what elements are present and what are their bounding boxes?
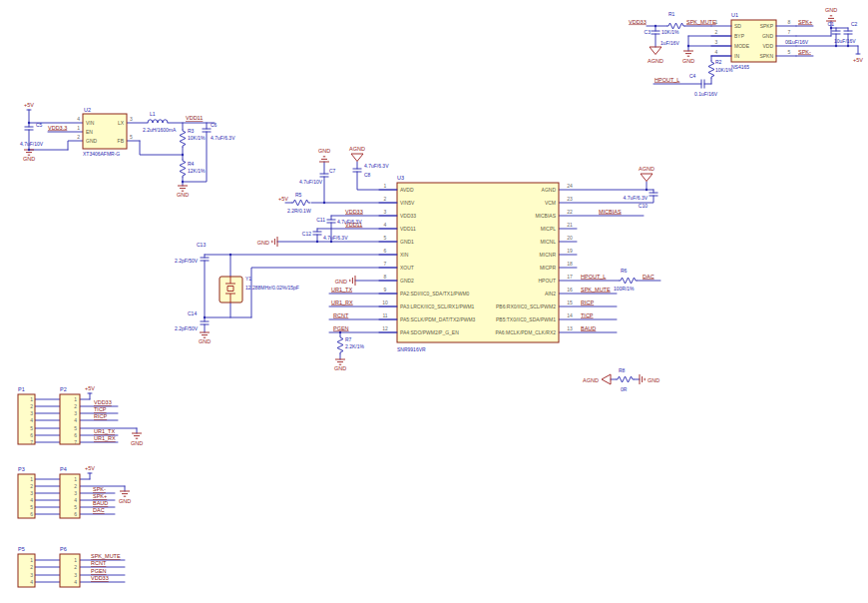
p3-pin: 1 [30, 476, 33, 482]
resistor-r5-symbol[interactable] [291, 200, 310, 206]
gnd-symbol[interactable] [640, 374, 645, 384]
capacitor-c12-symbol[interactable] [313, 232, 322, 235]
u3-pin-num: 9 [384, 287, 387, 293]
agnd-symbol[interactable] [641, 174, 652, 182]
u3-pin-name: PB6:RX0/IIC0_SCL/PWM2 [496, 303, 556, 309]
c8-ref: C8 [364, 172, 371, 178]
connector-p6-body[interactable] [60, 554, 80, 587]
u1-pin-spkn: SPKN [759, 53, 773, 59]
c6-ref: C6 [211, 122, 217, 128]
net-label-spk-mute: SPK_MUTE [581, 287, 611, 293]
gnd-symbol[interactable] [350, 276, 355, 286]
u1-ref: U1 [731, 12, 738, 18]
u3-pin-num: 19 [567, 248, 573, 254]
c12-value: 4.7uF/6.3V [323, 235, 348, 241]
u3-pin-num: 8 [384, 274, 387, 280]
gnd-symbol[interactable] [178, 186, 188, 191]
power-label-5v: +5V [85, 465, 95, 471]
net-label-micbias: MICBIAS [599, 209, 622, 215]
region-gnd-tie: AGND GND R8 0R [583, 367, 659, 392]
r1-ref: R1 [668, 11, 675, 17]
u3-pin-num: 18 [567, 261, 573, 267]
power-label-gnd: GND [119, 498, 131, 504]
connector-p2-body[interactable] [60, 394, 80, 444]
power-label-gnd: GND [334, 365, 346, 371]
capacitor-c6-symbol[interactable] [203, 129, 212, 132]
capacitor-c7-symbol[interactable] [320, 174, 329, 177]
u2-pin-num: 4 [77, 116, 80, 122]
resistor-r6-symbol[interactable] [619, 278, 638, 284]
capacitor-c8-symbol[interactable] [353, 169, 362, 172]
net-label-vdd3.3: VDD3.3 [48, 125, 67, 131]
p5-pin: 3 [30, 572, 33, 578]
u3-pin-num: 4 [384, 222, 387, 228]
power-label-agnd: AGND [639, 166, 654, 172]
gnd-symbol[interactable] [272, 237, 277, 247]
u3-pin-name: HPOUT [539, 278, 557, 284]
u1-pin-vdd: VDD [762, 43, 773, 49]
p6-pin: 2 [74, 564, 77, 570]
capacitor-c5-symbol[interactable] [25, 127, 34, 130]
r7-ref: R7 [345, 336, 352, 342]
gnd-symbol[interactable] [319, 157, 329, 162]
net-label-hpout-l: HPOUT_L [581, 274, 606, 280]
c4-value: 0.1uF/16V [694, 91, 718, 97]
u3-pin-num: 15 [567, 300, 573, 305]
power-label-gnd: GND [23, 156, 35, 162]
u1-pin-mode: MODE [734, 43, 750, 49]
u3-pin-num: 10 [382, 300, 388, 305]
crystal-y1-body[interactable] [219, 277, 242, 302]
u3-pin-num: 24 [567, 183, 573, 189]
p4-pin: 6 [74, 511, 77, 517]
power-label-gnd: GND [335, 279, 347, 285]
region-main-ic: U3 SNR9916VR AVDD VIN5V VDD33 VDD11 GND1… [175, 146, 660, 371]
inductor-l1-symbol[interactable] [148, 120, 168, 123]
capacitor-c11-symbol[interactable] [327, 220, 336, 223]
gnd-symbol[interactable] [683, 51, 693, 56]
u1-pin-num: 2 [715, 29, 718, 35]
resistor-r8-symbol[interactable] [616, 376, 635, 382]
u1-pin-num: 8 [788, 19, 791, 25]
power-label-gnd: GND [648, 377, 659, 383]
net-label-dac: DAC [643, 274, 654, 280]
resistor-r2-symbol[interactable] [708, 60, 714, 79]
agnd-symbol[interactable] [351, 154, 363, 162]
power-label-gnd: GND [177, 192, 189, 198]
u2-pin-num: 3 [130, 116, 133, 122]
u2-pin-num: 1 [77, 125, 80, 131]
p1-pin: 5 [30, 425, 33, 431]
net-label-spk-plus: SPK+ [93, 493, 107, 499]
connector-p4-body[interactable] [60, 474, 80, 518]
net-label-spk-minus: SPK- [798, 49, 811, 55]
net-label-dac: DAC [93, 507, 105, 513]
capacitor-c10-symbol[interactable] [650, 193, 658, 196]
gnd-symbol[interactable] [200, 332, 210, 337]
p3-pin: 2 [30, 483, 33, 489]
gnd-symbol[interactable] [335, 359, 345, 364]
net-label-baud: BAUD [93, 500, 108, 506]
power-label-5v: +5V [278, 196, 288, 202]
net-label-vdd11: VDD11 [186, 115, 203, 121]
resistor-r7-symbol[interactable] [337, 335, 343, 354]
u1-part: NS4165 [731, 64, 749, 70]
power-label-agnd: AGND [648, 58, 663, 64]
u3-pin-name: VIN5V [400, 200, 415, 206]
resistor-r4-symbol[interactable] [180, 159, 186, 178]
agnd-symbol[interactable] [650, 47, 661, 55]
r2-value: 10K/1% [715, 67, 733, 73]
p4-pin: 3 [74, 490, 77, 496]
agnd-symbol[interactable] [602, 374, 611, 384]
p1-pin: 1 [30, 396, 33, 402]
c8-value: 4.7uF/6.3V [364, 163, 389, 169]
gnd-symbol[interactable] [132, 433, 142, 438]
net-label-spk-plus: SPK+ [798, 19, 812, 25]
net-label-vdd33: VDD33 [94, 399, 112, 405]
power-label-gnd: GND [257, 240, 269, 246]
c13-value: 2.2pF/50V [175, 258, 199, 264]
u3-pin-name: MICPL [541, 226, 557, 232]
net-label-pgen: PGEN [333, 325, 349, 331]
u2-pin-gnd: GND [86, 138, 98, 144]
resistor-r3-symbol[interactable] [180, 129, 186, 148]
gnd-symbol[interactable] [120, 491, 130, 496]
l1-value: 2.2uH/1600mA [143, 127, 177, 133]
